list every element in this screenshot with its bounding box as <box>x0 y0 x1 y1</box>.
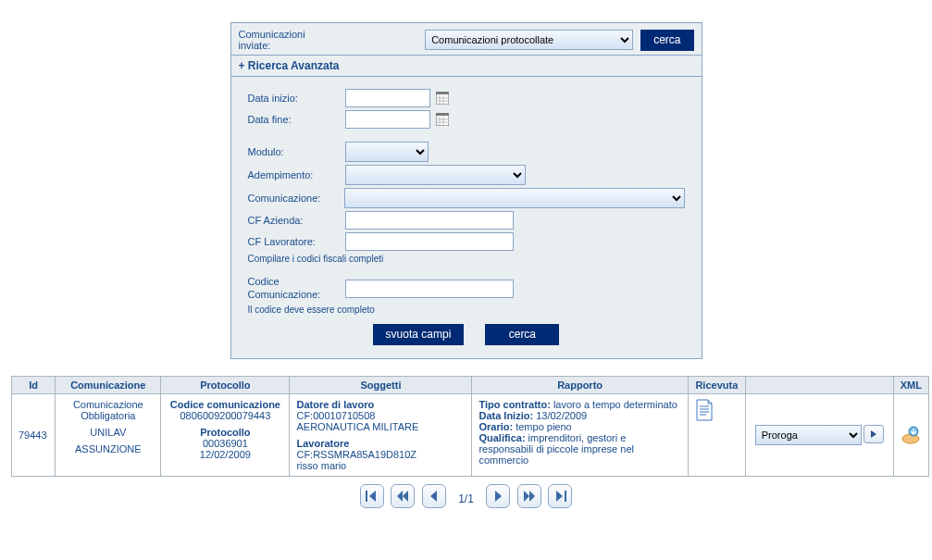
datore-cf: CF:00010710508 <box>296 410 375 421</box>
ricevuta-document-icon[interactable] <box>695 399 739 421</box>
cell-action: Proroga <box>745 393 893 476</box>
data-fine-input[interactable] <box>345 110 430 129</box>
next-page-button[interactable] <box>486 484 510 508</box>
prev-fast-button[interactable] <box>391 484 415 508</box>
cf-azienda-input[interactable] <box>345 211 514 230</box>
label-cf-azienda: CF Azienda: <box>248 215 345 226</box>
calendar-icon[interactable] <box>436 92 449 105</box>
protocollo-codice-value: 0806009200079443 <box>180 410 270 421</box>
th-comunicazione: Comunicazione <box>56 376 161 393</box>
page-indicator: 1/1 <box>458 492 474 505</box>
th-xml: XML <box>893 376 928 393</box>
lavoratore-name: risso mario <box>296 460 346 471</box>
label-adempimento: Adempimento: <box>248 169 345 180</box>
next-fast-button[interactable] <box>517 484 541 508</box>
pager: 1/1 <box>11 484 921 508</box>
adempimento-select[interactable] <box>345 165 526 185</box>
hint-codice-completo: Il codice deve essere completo <box>248 305 685 315</box>
cell-id: 79443 <box>12 393 56 476</box>
calendar-icon[interactable] <box>436 113 449 126</box>
data-inizio-input[interactable] <box>345 89 430 107</box>
azione-select[interactable]: Proroga <box>755 425 862 445</box>
th-ricevuta: Ricevuta <box>688 376 745 393</box>
protocollo-label: Protocollo <box>200 427 250 438</box>
rapporto-tipo-label: Tipo contratto: <box>478 399 550 410</box>
datore-name: AERONAUTICA MILITARE <box>296 421 418 432</box>
cell-ricevuta <box>688 393 745 476</box>
results-table: Id Comunicazione Protocollo Soggetti Rap… <box>11 376 929 477</box>
ricerca-avanzata-body: Data inizio: Data fine: Modulo: Adempime… <box>231 77 702 358</box>
svg-rect-1 <box>436 92 449 94</box>
protocollo-codice-label: Codice comunicazione <box>170 399 280 410</box>
comunicazione-select[interactable] <box>344 188 685 208</box>
rapporto-inizio-value: 13/02/2009 <box>533 410 587 421</box>
rapporto-tipo-value: lavoro a tempo determinato <box>551 399 677 410</box>
xml-download-icon[interactable] <box>901 426 922 444</box>
svg-rect-7 <box>436 113 449 116</box>
rapporto-orario-label: Orario: <box>478 421 513 432</box>
azione-go-button[interactable] <box>864 425 884 443</box>
rapporto-inizio-label: Data Inizio: <box>478 410 533 421</box>
rapporto-orario-value: tempo pieno <box>513 421 572 432</box>
cell-comunicazione: Comunicazione Obbligatoria UNILAV ASSUNZ… <box>56 393 161 476</box>
rapporto-qualifica-label: Qualifica: <box>478 432 525 443</box>
th-rapporto: Rapporto <box>472 376 688 393</box>
protocollo-data: 12/02/2009 <box>200 449 251 460</box>
cf-lavoratore-input[interactable] <box>345 232 514 251</box>
th-id: Id <box>12 376 56 393</box>
cell-rapporto: Tipo contratto: lavoro a tempo determina… <box>472 393 688 476</box>
label-comunicazioni-inviate: Comunicazioni inviate: <box>239 29 350 51</box>
label-modulo: Modulo: <box>248 146 345 157</box>
cell-xml <box>893 393 928 476</box>
comunicazione-adempimento: ASSUNZIONE <box>62 443 154 454</box>
table-row: 79443 Comunicazione Obbligatoria UNILAV … <box>12 393 929 476</box>
lavoratore-label: Lavoratore <box>296 438 349 449</box>
label-cf-lavoratore: CF Lavoratore: <box>248 236 345 247</box>
cerca-adv-button[interactable]: cerca <box>485 324 559 345</box>
th-action <box>745 376 893 393</box>
comunicazione-tipo: Comunicazione Obbligatoria <box>62 399 154 421</box>
label-data-fine: Data fine: <box>248 114 345 125</box>
svuota-campi-button[interactable]: svuota campi <box>373 324 465 345</box>
comunicazione-modulo: UNILAV <box>62 427 154 438</box>
label-comunicazione: Comunicazione: <box>248 193 344 204</box>
modulo-select[interactable] <box>345 142 429 162</box>
cell-soggetti: Datore di lavoro CF:00010710508 AERONAUT… <box>290 393 472 476</box>
lavoratore-cf: CF:RSSMRA85A19D810Z <box>296 449 416 460</box>
ricerca-avanzata-header[interactable]: + Ricerca Avanzata <box>231 55 702 77</box>
cerca-top-button[interactable]: cerca <box>640 30 693 51</box>
label-codice-comunicazione: Codice Comunicazione: <box>248 276 345 302</box>
datore-label: Datore di lavoro <box>296 399 374 410</box>
th-soggetti: Soggetti <box>290 376 472 393</box>
first-page-button[interactable] <box>360 484 384 508</box>
hint-cf-completi: Compilare i codici fiscali completi <box>248 254 685 264</box>
codice-comunicazione-input[interactable] <box>345 280 514 298</box>
svg-rect-18 <box>366 491 367 502</box>
prev-page-button[interactable] <box>422 484 446 508</box>
last-page-button[interactable] <box>548 484 572 508</box>
comunicazioni-tipo-select[interactable]: Comunicazioni protocollate <box>425 30 633 50</box>
label-data-inizio: Data inizio: <box>248 93 345 104</box>
cell-protocollo: Codice comunicazione 0806009200079443 Pr… <box>161 393 290 476</box>
th-protocollo: Protocollo <box>161 376 290 393</box>
search-panel: Comunicazioni inviate: Comunicazioni pro… <box>230 22 702 359</box>
svg-rect-19 <box>565 491 566 502</box>
protocollo-value: 00036901 <box>203 438 248 449</box>
